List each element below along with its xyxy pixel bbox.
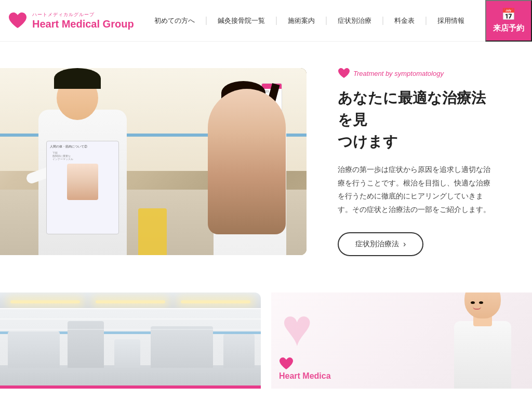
symptom-heart-icon xyxy=(338,68,350,79)
logo-small: ハートメディカルグループ xyxy=(32,11,134,18)
heart-medical-text: Heart Medica xyxy=(279,357,331,381)
nav-treatment-guide[interactable]: 施術案内 xyxy=(281,16,322,25)
bg-heart-icon: ♥ xyxy=(282,298,312,357)
logo-heart-icon xyxy=(7,11,28,30)
site-header: ハートメディカルグループ Heart Medical Group 初めての方へ … xyxy=(0,0,532,42)
arrow-icon: › xyxy=(403,240,406,249)
card-heart-text: Heart Medica xyxy=(279,371,331,380)
nav-sep-1: ｜ xyxy=(202,15,210,26)
symptom-cta-button[interactable]: 症状別治療法 › xyxy=(338,232,423,256)
nav-symptom-treatment[interactable]: 症状別治療 xyxy=(330,16,379,25)
light-2 xyxy=(96,300,165,303)
main-nav: 初めての方へ ｜ 鍼灸接骨院一覧 ｜ 施術案内 ｜ 症状別治療 ｜ 料金表 ｜ … xyxy=(147,15,472,26)
bottom-card-clinic xyxy=(0,292,261,389)
nav-clinic-list[interactable]: 鍼灸接骨院一覧 xyxy=(210,16,272,25)
person-figure xyxy=(449,298,516,389)
card-heart-icon xyxy=(279,357,294,370)
nav-sep-3: ｜ xyxy=(322,15,330,26)
logo-text: ハートメディカルグループ Heart Medical Group xyxy=(32,11,134,30)
reservation-button[interactable]: 📅 来店予約 xyxy=(485,0,532,42)
nav-recruitment[interactable]: 採用情報 xyxy=(430,16,472,25)
nav-sep-4: ｜ xyxy=(379,15,387,26)
hero-photo: 2023 人間の体・筋肉について② 下肢 股関節に重要な インナーマッスル xyxy=(0,68,307,255)
nav-pricing[interactable]: 料金表 xyxy=(387,16,422,25)
calendar-icon: 📅 xyxy=(501,8,515,21)
hero-description: 治療の第一歩は症状から原因を追求し適切な治療を行うことです。根治を目指し、快適な… xyxy=(338,163,490,217)
ceiling-lights xyxy=(0,300,261,303)
nav-sep-5: ｜ xyxy=(422,15,430,26)
logo-area[interactable]: ハートメディカルグループ Heart Medical Group xyxy=(7,11,134,30)
hero-title: あなたに最適な治療法を見 つけます xyxy=(338,87,490,153)
pink-accent xyxy=(0,385,261,389)
hero-content: Treatment by symptomatology あなたに最適な治療法を見… xyxy=(307,68,511,256)
symptom-label-row: Treatment by symptomatology xyxy=(338,68,490,79)
bottom-card-person: ♥ xyxy=(271,292,532,389)
symptom-label-text: Treatment by symptomatology xyxy=(353,70,444,77)
hero-image: 2023 人間の体・筋肉について② 下肢 股関節に重要な インナーマッスル xyxy=(0,68,307,255)
light-3 xyxy=(181,300,250,303)
reservation-label: 来店予約 xyxy=(493,23,524,33)
nav-first-visit[interactable]: 初めての方へ xyxy=(147,16,202,25)
symptom-btn-label: 症状別治療法 xyxy=(355,240,399,249)
bottom-section: ♥ xyxy=(0,292,532,389)
person-image: ♥ xyxy=(271,292,532,389)
light-1 xyxy=(10,300,80,303)
logo-main: Heart Medical Group xyxy=(32,18,134,30)
clinic-interior-image xyxy=(0,292,261,389)
nav-sep-2: ｜ xyxy=(272,15,281,26)
hero-section: 2023 人間の体・筋肉について② 下肢 股関節に重要な インナーマッスル xyxy=(0,42,532,282)
